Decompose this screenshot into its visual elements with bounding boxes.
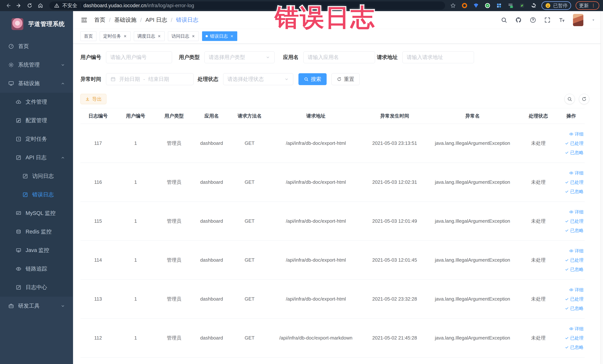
sidebar-item-label: 系统管理: [18, 61, 40, 69]
request-url-input[interactable]: [407, 54, 470, 60]
action-ignored-link[interactable]: 已忽略: [565, 344, 583, 350]
sidebar-item-log-center[interactable]: 日志中心: [0, 278, 73, 297]
breadcrumb-item[interactable]: API 日志: [146, 16, 167, 24]
page-scrollbar[interactable]: [601, 11, 603, 364]
cell-operations: 详细已处理已忽略: [558, 241, 585, 280]
sidebar-item-label: 基础设施: [18, 80, 40, 87]
refresh-button[interactable]: [579, 94, 589, 104]
action-processed-link[interactable]: 已处理: [565, 218, 583, 224]
sidebar-item-mysql[interactable]: MySQL 监控: [0, 204, 73, 223]
action-label: 详细: [575, 209, 583, 215]
action-detail-link[interactable]: 详细: [569, 131, 583, 137]
sidebar-item-file[interactable]: 文件管理: [0, 93, 73, 111]
profile-paused-badge[interactable]: 已暂停: [542, 1, 571, 10]
cell-user-type: 管理员: [156, 318, 193, 357]
export-button[interactable]: 导出: [81, 94, 106, 104]
action-detail-link[interactable]: 详细: [569, 170, 583, 176]
reset-button[interactable]: 重置: [331, 73, 359, 85]
search-button[interactable]: 搜索: [299, 73, 327, 85]
browser-reload-button[interactable]: [25, 1, 34, 10]
browser-update-menu[interactable]: 更新: [576, 1, 599, 10]
action-processed-link[interactable]: 已处理: [565, 257, 583, 263]
filter-label-user-type: 用户类型: [179, 54, 200, 61]
action-label: 已忽略: [570, 227, 583, 234]
tab-error-log[interactable]: 错误日志: [202, 31, 237, 41]
action-processed-link[interactable]: 已处理: [565, 335, 583, 341]
user-id-input-wrap: [106, 51, 172, 63]
sidebar-item-config[interactable]: 配置管理: [0, 111, 73, 130]
sidebar-item-redis[interactable]: Redis 监控: [0, 223, 73, 241]
cell-user-type: 管理员: [156, 241, 193, 280]
sidebar-item-system[interactable]: 系统管理: [0, 56, 73, 74]
extension-icon[interactable]: [473, 2, 480, 9]
browser-forward-button[interactable]: [14, 1, 23, 10]
action-ignored-link[interactable]: 已忽略: [565, 150, 583, 156]
cell-exception: java.lang.IllegalArgumentException: [426, 163, 519, 202]
action-processed-link[interactable]: 已处理: [565, 140, 583, 146]
app-name-input-wrap: [303, 51, 375, 63]
github-icon[interactable]: [515, 17, 522, 23]
address-bar[interactable]: 不安全 dashboard.yudao.iocoder.cn/infra/log…: [49, 1, 445, 10]
toggle-search-button[interactable]: [564, 94, 575, 104]
sidebar-item-api-log[interactable]: API 日志: [0, 148, 73, 167]
gear-icon: [8, 62, 14, 68]
tab-home[interactable]: 首页: [81, 31, 96, 41]
extension-icon[interactable]: [484, 2, 491, 9]
sidebar-item-job[interactable]: 定时任务: [0, 130, 73, 148]
sidebar-item-home[interactable]: 首页: [0, 37, 73, 56]
cell-user-type: 管理员: [156, 124, 193, 163]
log-icon: [16, 155, 22, 161]
action-processed-link[interactable]: 已处理: [565, 179, 583, 185]
end-date-placeholder: 结束日期: [148, 76, 169, 83]
extension-icon[interactable]: [496, 2, 502, 9]
exception-time-range-picker[interactable]: 开始日期 - 结束日期: [106, 73, 194, 85]
chevron-down-icon: [284, 77, 289, 82]
font-size-icon[interactable]: [558, 17, 565, 23]
extension-icon[interactable]: [530, 2, 537, 9]
tab-access-log[interactable]: 访问日志: [168, 31, 199, 41]
breadcrumb-item[interactable]: 首页: [94, 16, 105, 24]
user-type-select[interactable]: 请选择用户类型: [204, 51, 275, 63]
sidebar-item-java[interactable]: Java 监控: [0, 241, 73, 260]
close-icon[interactable]: [123, 34, 127, 38]
chevron-down-icon[interactable]: [591, 18, 596, 22]
extension-icon[interactable]: [507, 2, 514, 9]
sidebar-item-infra[interactable]: 基础设施: [0, 74, 73, 93]
browser-home-button[interactable]: [36, 1, 45, 10]
sidebar-item-dev-tools[interactable]: 研发工具: [0, 297, 73, 315]
app-name-input[interactable]: [308, 54, 371, 60]
search-icon[interactable]: [501, 17, 507, 23]
process-status-select[interactable]: 请选择处理状态: [223, 73, 293, 85]
action-ignored-link[interactable]: 已忽略: [565, 267, 583, 272]
avatar[interactable]: [573, 14, 583, 26]
extension-icon[interactable]: [519, 2, 525, 9]
sidebar-item-tracer[interactable]: 链路追踪: [0, 260, 73, 278]
tab-job-log[interactable]: 调度日志: [134, 31, 165, 41]
action-detail-link[interactable]: 详细: [569, 287, 583, 293]
sidebar-collapse-icon[interactable]: [81, 16, 88, 24]
bookmark-star-icon[interactable]: [450, 2, 457, 9]
action-ignored-link[interactable]: 已忽略: [565, 188, 583, 195]
extension-icon[interactable]: [461, 2, 468, 9]
breadcrumb-item[interactable]: 基础设施: [114, 16, 136, 24]
close-icon[interactable]: [191, 34, 195, 38]
browser-back-button[interactable]: [4, 1, 13, 10]
action-processed-link[interactable]: 已处理: [565, 296, 583, 302]
sidebar-item-error-log[interactable]: 错误日志: [0, 186, 73, 204]
action-ignored-link[interactable]: 已忽略: [565, 227, 583, 234]
action-detail-link[interactable]: 详细: [569, 326, 583, 332]
help-icon[interactable]: [530, 17, 536, 23]
action-ignored-link[interactable]: 已忽略: [565, 305, 583, 311]
action-detail-link[interactable]: 详细: [569, 248, 583, 254]
sidebar-item-access-log[interactable]: 访问日志: [0, 167, 73, 186]
sidebar-item-label: 研发工具: [18, 302, 40, 310]
close-icon[interactable]: [230, 34, 234, 38]
check-icon: [565, 141, 569, 146]
close-icon[interactable]: [157, 34, 161, 38]
app-logo-row[interactable]: 芋道管理系统: [0, 11, 73, 37]
user-id-input[interactable]: [110, 54, 168, 60]
action-detail-link[interactable]: 详细: [569, 209, 583, 215]
filter-label-process-status: 处理状态: [197, 76, 218, 83]
fullscreen-icon[interactable]: [544, 17, 551, 23]
tab-job[interactable]: 定时任务: [100, 31, 130, 41]
